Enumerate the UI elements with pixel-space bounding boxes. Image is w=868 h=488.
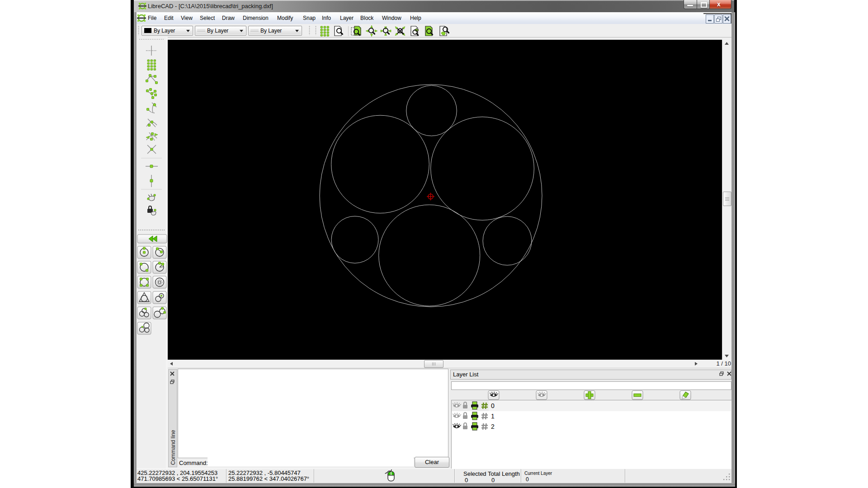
- svg-text:2: 2: [491, 423, 495, 430]
- svg-text:1: 1: [491, 413, 495, 420]
- svg-text:0: 0: [491, 402, 495, 409]
